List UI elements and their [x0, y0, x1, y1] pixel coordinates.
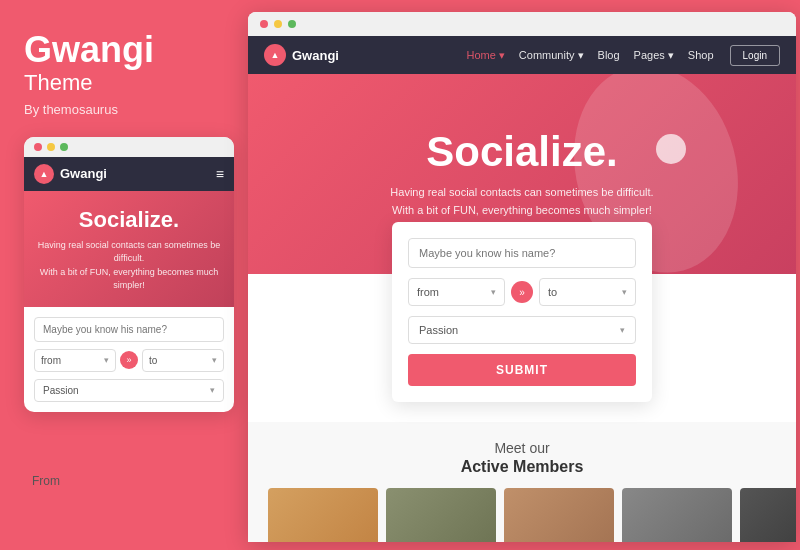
desktop-passion-label: Passion [419, 324, 458, 336]
desktop-dot-yellow [274, 20, 282, 28]
dot-green [60, 143, 68, 151]
desktop-logo-icon [264, 44, 286, 66]
members-row [268, 488, 776, 542]
hero-subtitle-line2: With a bit of FUN, everything becomes mu… [392, 204, 652, 216]
chevron-down-icon: ▾ [104, 355, 109, 365]
mobile-hero-text: Having real social contacts can sometime… [36, 239, 222, 293]
desktop-chevron-from: ▾ [491, 287, 496, 297]
mobile-nav: Gwangi ≡ [24, 157, 234, 191]
submit-button[interactable]: SUBMIT [408, 354, 636, 386]
chevron-down-icon-3: ▾ [210, 385, 215, 395]
mobile-from-select[interactable]: from ▾ [34, 349, 116, 372]
desktop-hero-title: Socialize. [426, 128, 617, 176]
desktop-age-row: from ▾ » to ▾ [408, 278, 636, 306]
member-photo-4[interactable] [622, 488, 732, 542]
brand-subtitle: Theme [24, 70, 224, 96]
desktop-from-select[interactable]: from ▾ [408, 278, 505, 306]
member-photo-2[interactable] [386, 488, 496, 542]
mobile-form: from ▾ » to ▾ Passion ▾ [24, 307, 234, 412]
dot-red [34, 143, 42, 151]
mobile-passion-label: Passion [43, 385, 79, 396]
nav-link-shop[interactable]: Shop [688, 49, 714, 61]
desktop-dots-bar [248, 12, 796, 36]
desktop-logo-text: Gwangi [292, 48, 339, 63]
nav-link-home[interactable]: Home ▾ [466, 49, 504, 62]
desktop-nav: Gwangi Home ▾ Community ▾ Blog Pages ▾ S… [248, 36, 796, 74]
nav-link-community[interactable]: Community ▾ [519, 49, 584, 62]
desktop-nav-links: Home ▾ Community ▾ Blog Pages ▾ Shop [466, 49, 713, 62]
desktop-to-label: to [548, 286, 557, 298]
desktop-arrow-button[interactable]: » [511, 281, 533, 303]
desktop-logo: Gwangi [264, 44, 339, 66]
hero-subtitle-line1: Having real social contacts can sometime… [390, 186, 653, 198]
mobile-to-select[interactable]: to ▾ [142, 349, 224, 372]
mobile-logo: Gwangi [34, 164, 107, 184]
desktop-dot-red [260, 20, 268, 28]
mobile-dots-bar [24, 137, 234, 157]
desktop-from-label: from [417, 286, 439, 298]
mobile-preview-card: Gwangi ≡ Socialize. Having real social c… [24, 137, 234, 412]
brand-by: By themosaurus [24, 102, 224, 117]
desktop-chevron-to: ▾ [622, 287, 627, 297]
nav-link-blog[interactable]: Blog [598, 49, 620, 61]
members-section: Meet our Active Members [248, 422, 796, 542]
members-title: Meet our [268, 440, 776, 456]
nav-link-pages[interactable]: Pages ▾ [634, 49, 674, 62]
mobile-to-label: to [149, 355, 157, 366]
member-photo-5[interactable] [740, 488, 796, 542]
left-panel: Gwangi Theme By themosaurus Gwangi ≡ Soc… [0, 0, 248, 550]
chevron-down-icon-2: ▾ [212, 355, 217, 365]
from-label: From [32, 474, 60, 488]
desktop-dot-green [288, 20, 296, 28]
login-button[interactable]: Login [730, 45, 780, 66]
desktop-to-select[interactable]: to ▾ [539, 278, 636, 306]
search-form-card: from ▾ » to ▾ Passion ▾ SUBMIT [392, 222, 652, 402]
members-subtitle: Active Members [268, 458, 776, 476]
mobile-age-row: from ▾ » to ▾ [34, 349, 224, 372]
mobile-arrow-button[interactable]: » [120, 351, 138, 369]
desktop-chevron-passion: ▾ [620, 325, 625, 335]
mobile-name-input[interactable] [34, 317, 224, 342]
hero-circle [656, 134, 686, 164]
dot-yellow [47, 143, 55, 151]
brand-title: Gwangi [24, 30, 224, 70]
desktop-passion-select[interactable]: Passion ▾ [408, 316, 636, 344]
desktop-name-input[interactable] [408, 238, 636, 268]
member-photo-1[interactable] [268, 488, 378, 542]
mobile-logo-text: Gwangi [60, 166, 107, 181]
mobile-passion-select[interactable]: Passion ▾ [34, 379, 224, 402]
desktop-hero-subtitle: Having real social contacts can sometime… [390, 184, 653, 219]
member-photo-3[interactable] [504, 488, 614, 542]
mobile-logo-icon [34, 164, 54, 184]
mobile-hero: Socialize. Having real social contacts c… [24, 191, 234, 307]
mobile-from-label: from [41, 355, 61, 366]
hamburger-icon[interactable]: ≡ [216, 166, 224, 182]
desktop-preview: Gwangi Home ▾ Community ▾ Blog Pages ▾ S… [248, 12, 796, 542]
mobile-hero-title: Socialize. [36, 207, 222, 233]
